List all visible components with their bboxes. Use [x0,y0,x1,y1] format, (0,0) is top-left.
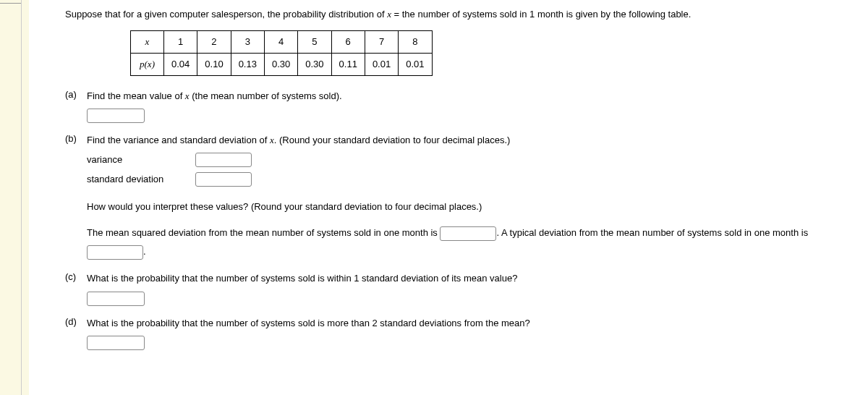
p-value: 0.30 [298,53,331,75]
table-row: x 1 2 3 4 5 6 7 8 [131,30,433,53]
part-d-text: What is the probability that the number … [87,318,530,328]
x-value: 7 [365,30,398,53]
x-value: 8 [399,30,432,53]
margin-marker-top [0,0,21,4]
x-value: 2 [197,30,231,53]
intro-before: Suppose that for a given computer salesp… [65,9,387,20]
x-value: 5 [298,30,331,53]
p-value: 0.10 [197,53,231,75]
variance-label: variance [87,153,195,168]
part-a-input[interactable] [87,109,145,123]
part-c: (c) What is the probability that the num… [65,271,854,306]
interpret-3: . [143,246,146,257]
x-value: 1 [164,30,197,53]
part-c-text: What is the probability that the number … [87,273,517,284]
left-margin-strip [0,0,22,395]
part-d: (d) What is the probability that the num… [65,316,854,351]
px-header: p(x) [131,53,164,75]
part-d-label: (d) [65,316,87,351]
p-value: 0.04 [164,53,197,75]
p-value: 0.01 [365,53,398,75]
sd-label: standard deviation [87,172,195,187]
x-value: 3 [231,30,264,53]
typical-dev-input[interactable] [87,245,143,260]
x-value: 6 [331,30,365,53]
variance-input[interactable] [195,153,252,167]
part-a-text-after: (the mean number of systems sold). [190,90,342,101]
interpret-question: How would you interpret these values? (R… [87,198,854,216]
part-a-text-before: Find the mean value of [87,90,185,101]
part-c-input[interactable] [87,292,145,306]
intro-after: = the number of systems sold in 1 month … [391,9,691,20]
interpret-2: . A typical deviation from the mean numb… [496,227,808,238]
p-value: 0.11 [331,53,365,75]
part-b-text-before: Find the variance and standard deviation… [87,135,270,145]
part-b: (b) Find the variance and standard devia… [65,133,854,261]
yellow-strip [22,0,29,395]
part-a-label: (a) [65,89,87,124]
x-header: x [131,30,164,53]
mean-sq-dev-input[interactable] [440,226,496,241]
p-value: 0.01 [399,53,432,75]
part-b-text-after: . (Round your standard deviation to four… [274,135,511,145]
part-c-label: (c) [65,271,87,306]
probability-table: x 1 2 3 4 5 6 7 8 p(x) 0.04 0.10 0.13 0.… [130,30,433,76]
part-b-label: (b) [65,133,87,261]
part-a: (a) Find the mean value of x (the mean n… [65,89,854,124]
sd-input[interactable] [195,172,252,187]
p-value: 0.13 [231,53,264,75]
x-value: 4 [264,30,297,53]
table-row: p(x) 0.04 0.10 0.13 0.30 0.30 0.11 0.01 … [131,53,433,75]
interpret-1: The mean squared deviation from the mean… [87,227,440,238]
intro-text: Suppose that for a given computer salesp… [65,7,854,22]
p-value: 0.30 [264,53,297,75]
part-d-input[interactable] [87,336,145,350]
